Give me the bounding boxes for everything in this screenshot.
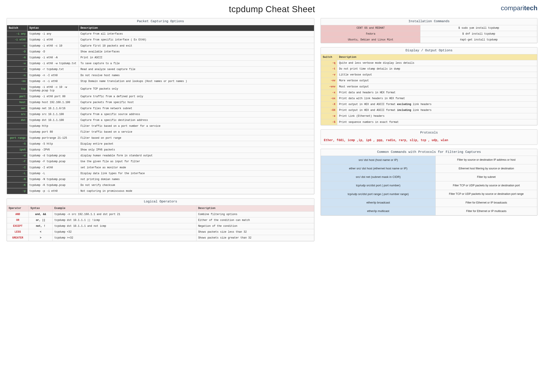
cell-command: src/ dst host (host name or IP) — [321, 156, 436, 164]
cell-description: Print data with link headers in HEX form… — [337, 95, 537, 101]
panel-logical-operators: Logical Operators Operator Syntax Exampl… — [6, 198, 314, 241]
header: tcpdump Cheat Sheet comparitech — [6, 4, 538, 14]
table-row: hosttcpdump host 192.168.1.100Capture pa… — [7, 100, 314, 105]
cell-switch: -D — [7, 49, 28, 55]
cell-description: Not capturing in promiscuous mode — [79, 188, 314, 194]
table-row: -Ntcpdump -N tcpdump.pcapnot printing do… — [7, 176, 314, 182]
col-syntax: Syntax — [28, 25, 79, 31]
cell-description: display human readable form in standard … — [79, 153, 314, 159]
cell-description: Combine filtering options — [196, 211, 314, 217]
cell-description: Shows packets size greater than 32 — [196, 235, 314, 241]
panel-title: Common Commands with Protocols for Filte… — [321, 149, 537, 156]
table-row: -vvvMost verbose output — [321, 84, 537, 90]
cell-switch: -v — [321, 72, 337, 78]
brand-logo: comparitech — [501, 4, 538, 12]
table-row: ipv6tcpdunp -IPV6Show only IPV6 packets — [7, 147, 314, 153]
cell-description: Quite and less verbose mode display less… — [337, 60, 537, 66]
cell-description: not printing domian names — [79, 176, 314, 182]
cell-switch: -XX — [321, 107, 337, 113]
cell-syntax: tcpdump -i eth0 -A — [28, 55, 79, 60]
cell-example: tcpdump dst 10.1.1.1 || !icmp — [53, 217, 196, 223]
brand-bold: tech — [524, 4, 538, 12]
cell-description: Stop Domain name translation and lookups… — [79, 78, 314, 84]
cell-syntax: tcpdump -r tcpdump.txt — [28, 67, 79, 72]
cell-description: set interface as monitor mode — [79, 165, 314, 170]
table-row: -Stcpdump -S httpDisplay entire packet — [7, 141, 314, 147]
cell-switch: -xx — [321, 95, 337, 101]
cell-syntax: tcpdump -n -I eth0 — [28, 72, 79, 78]
cell-example: tcpdump -n src 192.168.1.1 and dst port … — [53, 211, 196, 217]
cell-switch: -F — [7, 159, 28, 165]
cell-command: #apt-get install tcpdump — [420, 37, 537, 43]
table-row: -Dtcpdump -DShow available interfaces — [7, 49, 314, 55]
table-row: -nntcpdump -n -i eth0Stop Domain name tr… — [7, 78, 314, 84]
cell-syntax: tcpdump net 10.1.1.0/16 — [28, 105, 79, 111]
panel-title: Protocols — [321, 130, 537, 136]
cell-command: ether/ip multicast — [321, 207, 436, 215]
table-row: -XPrint output in HEX and ASCII format e… — [321, 102, 537, 107]
cell-example: tcpdump dst 10.1.1.1 and not icmp — [53, 223, 196, 229]
table-row: -ntcpdump -n -I eth0Do not resolve host … — [7, 72, 314, 78]
cell-switch — [7, 123, 28, 129]
cell-description: Filter TCP or UDP packets by source or d… — [435, 181, 537, 190]
table-row: -Ftcpdump -F tcpdump.pcapUse the given f… — [7, 159, 314, 165]
cell-description: Display data link types for the interfac… — [79, 170, 314, 176]
cell-syntax: tcpdump -D — [28, 49, 79, 55]
cell-syntax: tcpdump portrange 21-125 — [28, 135, 79, 141]
table-row: -dtcpdump -d tcpdump.pcapdisplay human r… — [7, 153, 314, 159]
table-row: -vvMore verbose output — [321, 78, 537, 84]
cell-operator: LESS — [7, 229, 29, 235]
table-row: tcpdump port 80Filter traffic based on a… — [7, 129, 314, 135]
cell-switch: -e — [321, 113, 337, 119]
cell-description: Do not print time stamp details in dump — [337, 66, 537, 72]
table-row: ether src/ dst host (ethernet host name … — [321, 164, 537, 173]
cell-syntax: tcpdump host 192.168.1.100 — [28, 100, 79, 105]
col-switch: Switch — [321, 54, 337, 60]
cell-switch: tcp — [7, 84, 28, 93]
cell-os: Ubuntu, Debian and Linux Mint — [321, 37, 420, 43]
cell-description: Shows packets size less than 32 — [196, 229, 314, 235]
cell-description: Filter traffic based on a service — [79, 129, 314, 135]
cell-syntax: not, ! — [29, 223, 53, 229]
table-packet-capturing: Switch Syntax Description -i anytcpdump … — [7, 25, 314, 194]
cell-description: Print output in HEX and ASCII format inc… — [337, 107, 537, 113]
cell-operator: AND — [7, 211, 29, 217]
cell-description: Filter by source or destination IP addre… — [435, 156, 537, 164]
table-row: -tDo not print time stamp details in dum… — [321, 66, 537, 72]
cell-syntax: tcpdump -i eth0 -c 10 — [28, 43, 79, 49]
table-row: Fedora$ dnf install tcpdump — [321, 31, 537, 37]
table-row: tcpdump httpFilter traffic based on a po… — [7, 123, 314, 129]
cell-description: Use the given file as input for filter — [79, 159, 314, 165]
cell-description: Filter based on port range — [79, 135, 314, 141]
protocols-list: Ether, fddi, icmp ,ip, ip6 , ppp, radio,… — [321, 136, 537, 144]
cell-switch: src — [7, 111, 28, 117]
cell-command: $ sudo yum install tcpdump — [420, 25, 537, 31]
cell-switch: -vv — [321, 78, 337, 84]
cell-operator: GREATER — [7, 235, 29, 241]
column-left: Packet Capturing Options Switch Syntax D… — [6, 18, 314, 245]
cell-switch: -N — [7, 176, 28, 182]
cell-description: Either of the condition can match — [196, 217, 314, 223]
cell-syntax: tcpdump -K tcpdump.pcap — [28, 182, 79, 188]
table-row: src/ dst net (subnet mask in CIDR)Filter… — [321, 173, 537, 181]
cell-switch: -i any — [7, 31, 28, 37]
cell-switch: port — [7, 94, 28, 100]
cell-switch: -r — [7, 67, 28, 72]
cell-description: Read and analyze saved capture file — [79, 67, 314, 72]
cell-description: Negation of the condition — [196, 223, 314, 229]
col-syntax: Syntax — [29, 205, 53, 211]
table-row: srctcpdump src 10.1.1.100Capture from a … — [7, 111, 314, 117]
column-right: Installation Commands CENT OS and REDHAT… — [320, 18, 538, 245]
table-row: src/ dst host (host name or IP)Filter by… — [321, 156, 537, 164]
cell-description: Capture from specific interface ( Ex Eth… — [79, 37, 314, 43]
cell-description: Capture from a specific destination addr… — [79, 117, 314, 123]
cell-description: Capture first 10 packets and exit — [79, 43, 314, 49]
cell-example: tcpdump >=32 — [53, 235, 196, 241]
table-installation: CENT OS and REDHAT$ sudo yum install tcp… — [321, 25, 537, 43]
cell-description: Capture from a specific source address — [79, 111, 314, 117]
cell-switch: -K — [7, 182, 28, 188]
table-row: -qQuite and less verbose mode display le… — [321, 60, 537, 66]
cell-syntax: < — [29, 229, 53, 235]
col-description: Description — [79, 25, 314, 31]
panel-title: Packet Capturing Options — [7, 18, 314, 25]
